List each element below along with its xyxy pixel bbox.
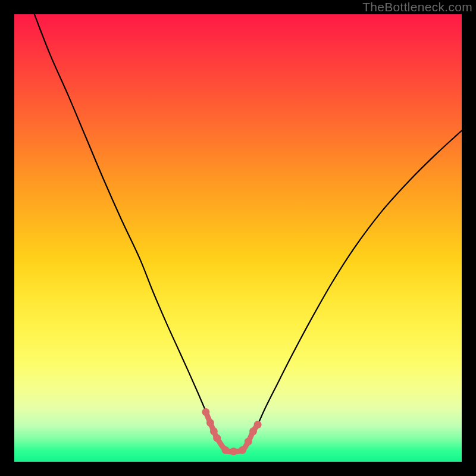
plot-area — [14, 14, 462, 462]
bottleneck-curve — [35, 14, 462, 452]
watermark-text: TheBottleneck.com — [362, 0, 472, 14]
curve-layer — [14, 14, 462, 462]
chart-frame: TheBottleneck.com — [0, 0, 476, 476]
